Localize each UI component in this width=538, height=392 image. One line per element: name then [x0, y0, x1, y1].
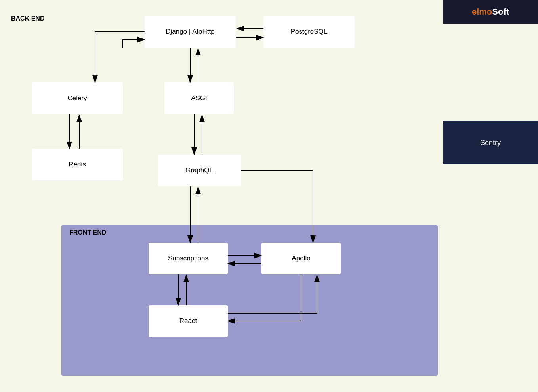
- logo-elmo: elmo: [472, 7, 492, 17]
- graphql-node: GraphQL: [158, 155, 241, 186]
- django-node: Django | AIoHttp: [145, 16, 236, 48]
- celery-node: Celery: [32, 82, 123, 114]
- apollo-node: Apollo: [261, 243, 341, 274]
- redis-node: Redis: [32, 149, 123, 180]
- subscriptions-node: Subscriptions: [149, 243, 228, 274]
- frontend-label: FRONT END: [69, 229, 106, 236]
- sentry-label: Sentry: [480, 139, 501, 147]
- frontend-container: [61, 225, 438, 376]
- asgi-node: ASGI: [164, 82, 234, 114]
- react-node: React: [149, 305, 228, 337]
- logo-soft: Soft: [492, 7, 509, 17]
- logo: elmoSoft: [443, 0, 538, 24]
- sentry-box: Sentry: [443, 121, 538, 164]
- postgresql-node: PostgreSQL: [263, 16, 355, 48]
- backend-label: BACK END: [11, 15, 44, 22]
